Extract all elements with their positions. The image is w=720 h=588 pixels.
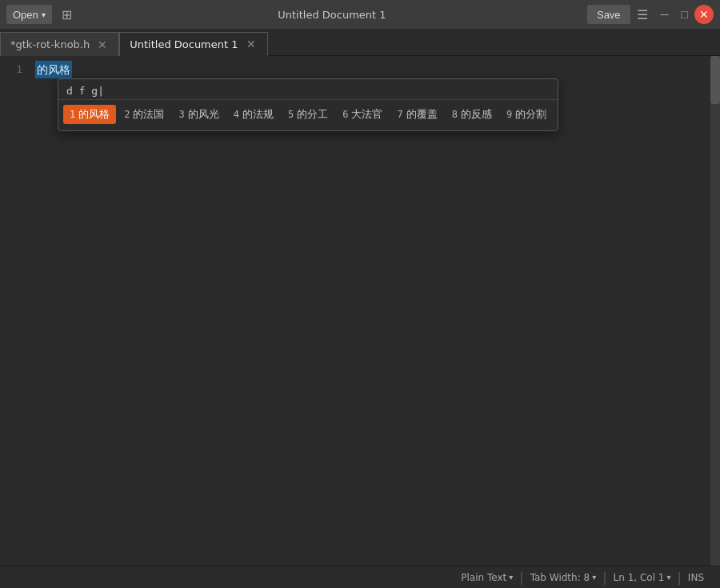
autocomplete-item-9[interactable]: 9 的分割 <box>500 105 553 124</box>
tab-width-chevron-icon: ▾ <box>592 573 596 582</box>
autocomplete-item-label-6: 大法官 <box>351 107 382 122</box>
autocomplete-items: 1 的风格 2 的法国 3 的风光 4 的法规 5 的分工 <box>58 102 558 127</box>
open-button[interactable]: Open ▾ <box>6 5 52 24</box>
autocomplete-item-label-9: 的分割 <box>515 107 546 122</box>
save-button[interactable]: Save <box>587 5 630 24</box>
window-title: Untitled Document 1 <box>77 9 587 21</box>
tab-close-button[interactable]: ✕ <box>96 39 109 50</box>
plain-text-selector[interactable]: Plain Text ▾ <box>454 572 519 583</box>
cursor-position[interactable]: Ln 1, Col 1 ▾ <box>607 572 678 583</box>
autocomplete-item-3[interactable]: 3 的风光 <box>172 105 225 124</box>
open-chevron-icon: ▾ <box>42 10 46 19</box>
plain-text-chevron-icon: ▾ <box>509 573 513 582</box>
tab-label: Untitled Document 1 <box>130 38 238 50</box>
autocomplete-item-5[interactable]: 5 的分工 <box>282 105 334 124</box>
autocomplete-item-num-3: 3 <box>178 109 184 120</box>
autocomplete-item-7[interactable]: 7 的覆盖 <box>390 105 443 124</box>
autocomplete-popup: d f g| 1 的风格 2 的法国 3 的风光 4 的法规 <box>58 78 558 131</box>
editor-area: 1 的风格 d f g| 1 的风格 2 的法国 3 的风光 <box>0 56 720 566</box>
tab-label: *gtk-rot-knob.h <box>10 38 90 50</box>
autocomplete-item-label-8: 的反感 <box>461 107 492 122</box>
autocomplete-item-num-5: 5 <box>288 109 294 120</box>
autocomplete-item-label-7: 的覆盖 <box>406 107 438 122</box>
tab-width-selector[interactable]: Tab Width: 8 ▾ <box>524 572 603 583</box>
autocomplete-item-label-3: 的风光 <box>188 107 219 122</box>
autocomplete-item-6[interactable]: 6 大法官 <box>336 105 389 124</box>
tab-gtk-rot-knob[interactable]: *gtk-rot-knob.h ✕ <box>0 32 119 56</box>
position-label: Ln 1, Col 1 <box>614 572 665 583</box>
autocomplete-item-num-9: 9 <box>506 109 512 120</box>
line-numbers: 1 <box>0 56 29 566</box>
autocomplete-item-4[interactable]: 4 的法规 <box>227 105 280 124</box>
autocomplete-item-1[interactable]: 1 的风格 <box>63 105 116 124</box>
autocomplete-item-num-6: 6 <box>342 109 348 120</box>
pin-button[interactable]: ⊞ <box>57 6 77 24</box>
scrollbar-thumb[interactable] <box>710 56 720 104</box>
autocomplete-input: d f g| <box>58 82 558 100</box>
autocomplete-item-label-1: 的风格 <box>78 107 110 122</box>
titlebar: Open ▾ ⊞ Untitled Document 1 Save ☰ ─ □ … <box>0 0 720 29</box>
maximize-button[interactable]: □ <box>675 6 694 22</box>
close-button[interactable]: ✕ <box>694 5 714 24</box>
autocomplete-item-num-4: 4 <box>234 109 239 120</box>
ins-mode[interactable]: INS <box>682 572 710 583</box>
autocomplete-item-num-2: 2 <box>124 109 130 120</box>
tab-width-label: Tab Width: 8 <box>530 572 590 583</box>
editor-line-1-text: 的风格 <box>35 61 72 78</box>
menu-button[interactable]: ☰ <box>630 6 654 24</box>
editor-line-1: 的风格 <box>35 61 704 78</box>
line-number-1: 1 <box>0 61 22 78</box>
autocomplete-item-8[interactable]: 8 的反感 <box>446 105 498 124</box>
autocomplete-item-2[interactable]: 2 的法国 <box>118 105 170 124</box>
ins-label: INS <box>688 572 704 583</box>
position-chevron-icon: ▾ <box>666 573 670 582</box>
plain-text-label: Plain Text <box>461 572 506 583</box>
autocomplete-item-num-8: 8 <box>452 109 458 120</box>
minimize-button[interactable]: ─ <box>654 6 675 22</box>
tab-close-button[interactable]: ✕ <box>245 38 258 50</box>
pin-icon: ⊞ <box>62 8 72 22</box>
scrollbar[interactable] <box>710 56 720 566</box>
autocomplete-item-label-2: 的法国 <box>133 107 164 122</box>
statusbar: Plain Text ▾ | Tab Width: 8 ▾ | Ln 1, Co… <box>0 566 720 588</box>
tabbar: *gtk-rot-knob.h ✕ Untitled Document 1 ✕ <box>0 29 720 56</box>
editor-content[interactable]: 的风格 d f g| 1 的风格 2 的法国 3 的风光 4 <box>29 56 710 566</box>
autocomplete-item-num-1: 1 <box>70 109 75 120</box>
autocomplete-item-num-7: 7 <box>397 109 402 120</box>
open-label: Open <box>13 9 38 21</box>
autocomplete-item-label-5: 的分工 <box>297 107 328 122</box>
autocomplete-item-label-4: 的法规 <box>242 107 274 122</box>
tab-untitled-document[interactable]: Untitled Document 1 ✕ <box>119 32 267 56</box>
